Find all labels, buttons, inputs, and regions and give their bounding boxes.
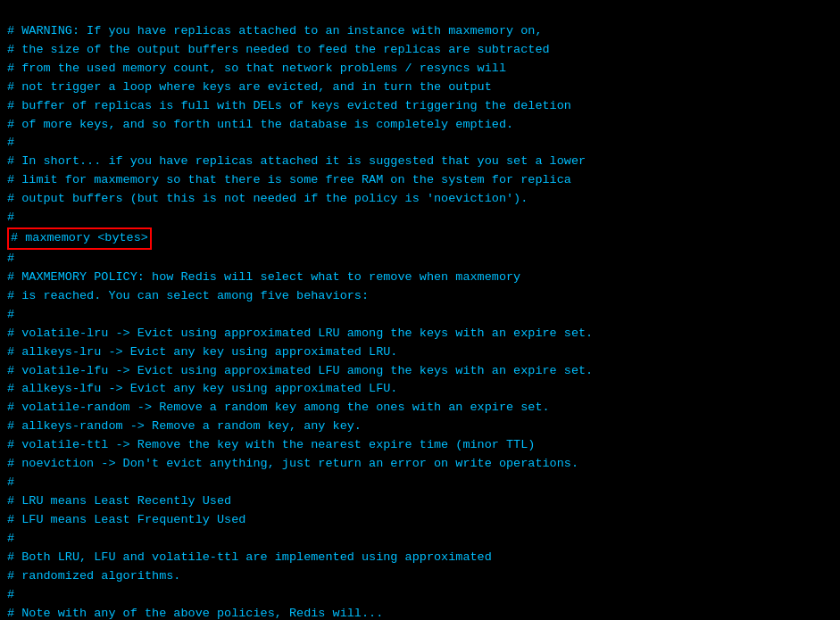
highlighted-code-segment: # maxmemory <bytes> bbox=[7, 227, 152, 250]
code-line: # the size of the output buffers needed … bbox=[7, 41, 833, 60]
code-line: # bbox=[7, 250, 833, 269]
code-line: # bbox=[7, 586, 833, 605]
code-line: # MAXMEMORY POLICY: how Redis will selec… bbox=[7, 269, 833, 287]
code-line: # allkeys-random -> Remove a random key,… bbox=[7, 417, 833, 436]
code-line: # bbox=[7, 474, 833, 492]
code-line: # from the used memory count, so that ne… bbox=[7, 60, 833, 79]
code-line: # maxmemory <bytes> bbox=[7, 227, 833, 250]
code-line: # volatile-random -> Remove a random key… bbox=[7, 399, 833, 417]
code-line: # is reached. You can select among five … bbox=[7, 287, 833, 306]
code-line: # LRU means Least Recently Used bbox=[7, 492, 833, 511]
code-line: # bbox=[7, 209, 833, 227]
code-line: # of more keys, and so forth until the d… bbox=[7, 116, 833, 135]
code-line: # randomized algorithms. bbox=[7, 567, 833, 586]
code-line: # bbox=[7, 134, 833, 153]
code-line: # Both LRU, LFU and volatile-ttl are imp… bbox=[7, 549, 833, 567]
code-line: # In short... if you have replicas attac… bbox=[7, 153, 833, 171]
code-line: # volatile-lfu -> Evict using approximat… bbox=[7, 362, 833, 381]
code-line: # noeviction -> Don't evict anything, ju… bbox=[7, 455, 833, 474]
code-line: # volatile-lru -> Evict using approximat… bbox=[7, 325, 833, 343]
code-line: # Note with any of the above policies, R… bbox=[7, 605, 833, 621]
code-line: # WARNING: If you have replicas attached… bbox=[7, 22, 833, 41]
code-line: # buffer of replicas is full with DELs o… bbox=[7, 97, 833, 116]
code-line: # not trigger a loop where keys are evic… bbox=[7, 79, 833, 97]
code-line: # limit for maxmemory so that there is s… bbox=[7, 171, 833, 190]
code-line: # allkeys-lru -> Evict any key using app… bbox=[7, 343, 833, 362]
code-line: # LFU means Least Frequently Used bbox=[7, 511, 833, 530]
code-line: # output buffers (but this is not needed… bbox=[7, 190, 833, 209]
code-editor: # WARNING: If you have replicas attached… bbox=[0, 0, 840, 620]
code-line: # bbox=[7, 306, 833, 325]
code-line: # volatile-ttl -> Remove the key with th… bbox=[7, 436, 833, 455]
code-line: # allkeys-lfu -> Evict any key using app… bbox=[7, 380, 833, 399]
code-line: # bbox=[7, 530, 833, 549]
